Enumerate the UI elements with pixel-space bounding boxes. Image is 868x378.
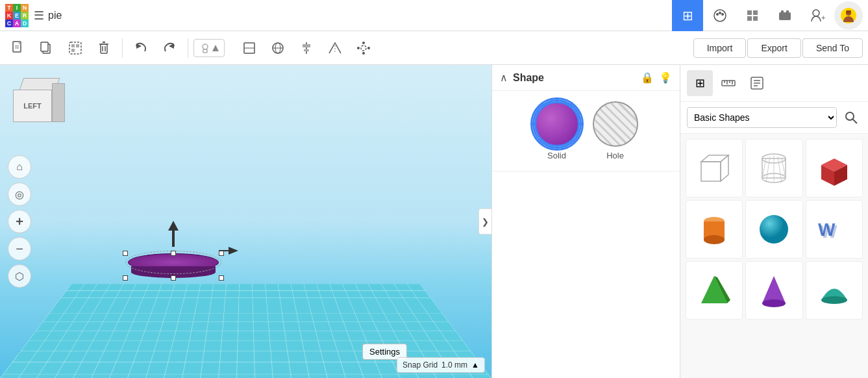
grid-view-button[interactable]: ⊞ <box>672 0 703 31</box>
zoom-out-button[interactable]: − <box>8 237 31 260</box>
3d-view-button[interactable]: ⬡ <box>8 264 31 288</box>
handle-t[interactable] <box>171 251 176 256</box>
redo-button[interactable] <box>156 35 182 61</box>
logo-cell-t: T <box>5 4 13 12</box>
lego-button[interactable] <box>769 0 800 31</box>
main-area: LEFT <box>0 65 868 378</box>
group-button[interactable] <box>62 35 88 61</box>
search-button[interactable] <box>841 107 862 128</box>
svg-rect-10 <box>786 10 789 13</box>
solid-option[interactable]: Solid <box>534 101 580 160</box>
svg-rect-22 <box>71 44 75 47</box>
shapes-category-select[interactable]: Basic Shapes Letters Numbers Symbols Con… <box>687 107 837 128</box>
shape-item-box-wireframe[interactable] <box>686 139 743 197</box>
svg-rect-23 <box>76 44 79 47</box>
snap-grid-up-button[interactable]: ▲ <box>471 360 479 370</box>
hand-tool-button[interactable] <box>704 0 736 31</box>
svg-rect-4 <box>747 10 752 15</box>
logo-cell-a: A <box>13 19 21 27</box>
home-view-button[interactable]: ⌂ <box>8 155 31 179</box>
shape-panel-collapse-button[interactable]: ∧ <box>500 71 508 84</box>
notes-tab-button[interactable] <box>744 70 770 96</box>
document-title[interactable]: pie <box>48 10 62 21</box>
zoom-in-button[interactable]: + <box>8 210 31 233</box>
send-to-button[interactable]: Send To <box>802 38 863 58</box>
logo-cell-e: E <box>13 12 21 19</box>
shapes-grid: W W <box>680 134 868 325</box>
handle-tl[interactable] <box>123 251 128 256</box>
view-cube[interactable]: LEFT <box>13 78 71 136</box>
shape-item-roof-teal[interactable] <box>806 261 863 320</box>
shape-item-pyramid-green[interactable] <box>686 261 743 320</box>
svg-line-68 <box>721 155 728 162</box>
svg-line-76 <box>778 157 782 183</box>
snap-grid-bar: Snap Grid 1.0 mm ▲ <box>397 357 485 373</box>
shape-panel-title: Shape <box>513 72 636 84</box>
move-arrow-up <box>168 221 179 247</box>
hole-circle-icon <box>593 101 638 147</box>
grid-tab-button[interactable]: ⊞ <box>687 70 713 96</box>
undo-button[interactable] <box>128 35 154 61</box>
viewport[interactable]: LEFT <box>0 65 491 378</box>
handle-bl[interactable] <box>123 275 128 281</box>
svg-point-1 <box>716 13 719 16</box>
handle-br[interactable] <box>219 275 224 281</box>
svg-rect-20 <box>41 42 48 51</box>
shape-item-cube-red[interactable] <box>806 139 863 197</box>
fit-view-button[interactable]: ◎ <box>8 183 31 206</box>
user-avatar-button[interactable] <box>834 1 863 30</box>
new-document-button[interactable] <box>5 35 31 61</box>
pie-object[interactable] <box>128 260 219 278</box>
shape-item-sphere-teal[interactable] <box>745 200 802 258</box>
svg-line-74 <box>766 157 770 183</box>
title-area: ☰ pie <box>34 8 672 23</box>
collapse-icon: ❯ <box>482 217 489 227</box>
handle-b[interactable] <box>171 275 176 281</box>
svg-rect-18 <box>15 47 19 49</box>
svg-point-2 <box>719 12 721 14</box>
lock-icon[interactable]: 🔒 <box>641 71 654 84</box>
ruler-tab-button[interactable] <box>715 70 741 96</box>
svg-text:+: + <box>821 14 825 21</box>
align-button[interactable] <box>293 35 319 61</box>
pie-shape[interactable] <box>128 260 219 278</box>
svg-point-45 <box>362 42 365 44</box>
shape-panel: ∧ Shape 🔒 💡 Solid Hole <box>491 65 680 378</box>
shape-item-cylinder-orange[interactable] <box>686 200 743 258</box>
shapes-library: ⊞ Basic Shapes Letters Numbers Symbols C… <box>680 65 868 378</box>
view-label: LEFT <box>23 102 42 110</box>
shape-item-cylinder-wireframe[interactable] <box>745 139 802 197</box>
svg-point-47 <box>357 47 360 49</box>
shape-item-text3d[interactable]: W W <box>806 200 863 258</box>
app-logo[interactable]: T I N K E R C A D <box>5 4 29 27</box>
svg-point-32 <box>203 44 208 49</box>
shape-panel-header: ∧ Shape 🔒 💡 <box>492 65 680 91</box>
topbar-right: ⊞ + <box>672 0 863 31</box>
svg-rect-50 <box>172 230 175 247</box>
svg-rect-15 <box>846 10 851 13</box>
mirror-button[interactable] <box>322 35 348 61</box>
light-toggle-button[interactable] <box>193 39 225 57</box>
hole-option[interactable]: Hole <box>593 101 638 160</box>
add-user-button[interactable]: + <box>802 0 833 31</box>
handle-tr[interactable] <box>219 251 224 256</box>
export-button[interactable]: Export <box>747 38 800 58</box>
import-button[interactable]: Import <box>693 38 747 58</box>
snap-button[interactable] <box>351 35 377 61</box>
svg-rect-21 <box>69 42 81 54</box>
perspective-button[interactable] <box>265 35 291 61</box>
view-toggle-button[interactable] <box>236 35 262 61</box>
panel-collapse-button[interactable]: ❯ <box>478 208 491 234</box>
delete-button[interactable] <box>91 35 117 61</box>
copy-button[interactable] <box>34 35 60 61</box>
logo-cell-c: C <box>5 19 13 27</box>
light-icon[interactable]: 💡 <box>659 71 672 84</box>
svg-marker-89 <box>762 276 786 303</box>
shape-item-cone-purple[interactable] <box>745 261 802 320</box>
svg-rect-25 <box>101 44 107 53</box>
solid-label: Solid <box>547 151 566 160</box>
svg-point-3 <box>721 13 724 16</box>
build-tool-button[interactable] <box>737 0 768 31</box>
svg-point-11 <box>813 10 819 16</box>
svg-rect-24 <box>71 49 75 52</box>
